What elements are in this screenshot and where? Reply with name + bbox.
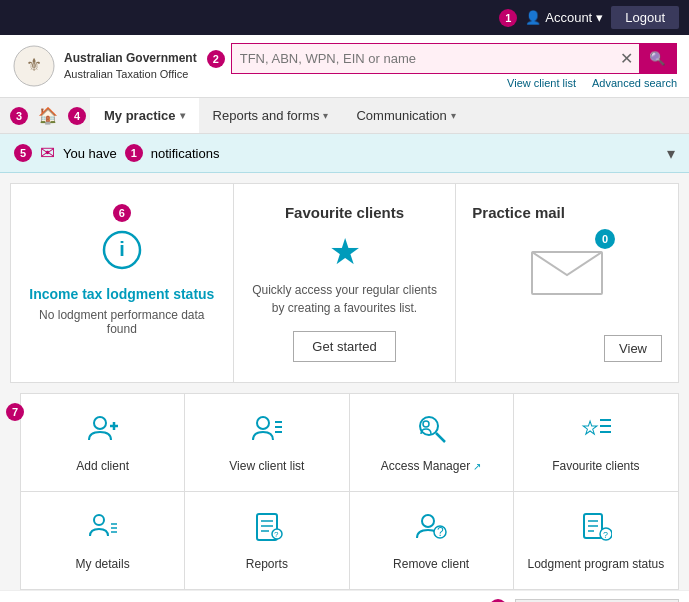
top-bar: 1 👤 Account ▾ Logout xyxy=(0,0,689,35)
quick-item-remove-client[interactable]: ? Remove client xyxy=(350,492,514,589)
cards-section: 6 i Income tax lodgment status No lodgme… xyxy=(0,173,689,383)
remove-client-icon: ? xyxy=(415,510,447,549)
mail-envelope-icon xyxy=(527,237,607,297)
mail-icon-wrap: 0 xyxy=(527,237,607,300)
practice-mail-title: Practice mail xyxy=(472,204,662,221)
income-tax-card: 6 i Income tax lodgment status No lodgme… xyxy=(11,184,234,382)
quick-item-access-manager[interactable]: Access Manager ↗ xyxy=(350,394,514,492)
income-tax-title: Income tax lodgment status xyxy=(29,286,214,302)
notif-section-badge: 5 xyxy=(14,144,32,162)
nav-item-reports-forms[interactable]: Reports and forms ▾ xyxy=(199,98,343,133)
nav-badge-4: 4 xyxy=(68,107,86,125)
my-details-icon xyxy=(87,510,119,549)
remove-client-label: Remove client xyxy=(393,557,469,571)
svg-point-14 xyxy=(423,421,429,427)
favourite-clients-icon: ★ xyxy=(580,412,612,451)
quick-links-section: 7 Add client xyxy=(0,393,689,590)
my-details-label: My details xyxy=(76,557,130,571)
quick-item-view-client-list[interactable]: View client list xyxy=(185,394,349,492)
account-label: Account xyxy=(545,10,592,25)
access-manager-icon xyxy=(415,412,447,451)
nav-bar: 3 🏠 4 My practice ▾ Reports and forms ▾ … xyxy=(0,98,689,134)
notification-left: 5 ✉ You have 1 notifications xyxy=(14,142,219,164)
search-badge: 2 xyxy=(207,50,225,68)
customise-bar: 8 Customise homepage ⚙ xyxy=(0,590,689,602)
search-icon: 🔍 xyxy=(649,51,666,66)
top-badge: 1 xyxy=(499,9,517,27)
favourite-clients-title: Favourite clients xyxy=(285,204,404,221)
add-client-label: Add client xyxy=(76,459,129,473)
notification-bar: 5 ✉ You have 1 notifications ▾ xyxy=(0,134,689,173)
favourite-star-icon: ★ xyxy=(329,231,361,273)
quick-item-reports[interactable]: ? Reports xyxy=(185,492,349,589)
view-client-list-label: View client list xyxy=(229,459,304,473)
lodgment-status-icon: ? xyxy=(580,510,612,549)
quick-section-badge: 7 xyxy=(6,403,24,421)
cards-row: 6 i Income tax lodgment status No lodgme… xyxy=(10,183,679,383)
account-button[interactable]: 👤 Account ▾ xyxy=(525,10,603,25)
external-link-icon: ↗ xyxy=(473,461,481,472)
account-chevron-icon: ▾ xyxy=(596,10,603,25)
reports-icon: ? xyxy=(251,510,283,549)
add-client-icon xyxy=(87,412,119,451)
quick-item-my-details[interactable]: My details xyxy=(21,492,185,589)
lodgment-program-label: Lodgment program status xyxy=(528,557,665,571)
search-links: View client list Advanced search xyxy=(207,77,677,89)
search-input[interactable] xyxy=(232,45,614,72)
notification-text-suffix: notifications xyxy=(151,146,220,161)
svg-text:?: ? xyxy=(437,525,444,539)
income-tax-subtitle: No lodgment performance data found xyxy=(27,308,217,336)
advanced-search-link[interactable]: Advanced search xyxy=(592,77,677,89)
quick-links-grid: Add client View client list xyxy=(20,393,679,590)
view-client-list-icon xyxy=(251,412,283,451)
reports-label: Reports xyxy=(246,557,288,571)
page: 1 👤 Account ▾ Logout ⚜ Australian Govern… xyxy=(0,0,689,602)
header: ⚜ Australian Government Australian Taxat… xyxy=(0,35,689,98)
view-client-list-link[interactable]: View client list xyxy=(507,77,576,89)
income-section-badge: 6 xyxy=(113,204,131,222)
communication-chevron-icon: ▾ xyxy=(451,110,456,121)
logo-text: Australian Government Australian Taxatio… xyxy=(64,50,197,82)
nav-badge-3: 3 xyxy=(10,107,28,125)
svg-text:★: ★ xyxy=(582,418,598,438)
logo-area: ⚜ Australian Government Australian Taxat… xyxy=(12,44,197,88)
nav-item-communication[interactable]: Communication ▾ xyxy=(342,98,469,133)
notification-expand-button[interactable]: ▾ xyxy=(667,144,675,163)
practice-mail-card: Practice mail 0 View xyxy=(456,184,678,382)
favourite-clients-description: Quickly access your regular clients by c… xyxy=(250,281,440,317)
account-icon: 👤 xyxy=(525,10,541,25)
favourite-clients-quick-label: Favourite clients xyxy=(552,459,639,473)
logout-button[interactable]: Logout xyxy=(611,6,679,29)
nav-communication-label: Communication xyxy=(356,108,446,123)
income-info-icon: i xyxy=(102,230,142,278)
svg-point-8 xyxy=(257,417,269,429)
nav-my-practice-label: My practice xyxy=(104,108,176,123)
home-button[interactable]: 🏠 xyxy=(32,98,64,133)
quick-item-lodgment-program[interactable]: ? Lodgment program status xyxy=(514,492,678,589)
access-manager-label: Access Manager ↗ xyxy=(381,459,482,473)
search-area: 2 ✕ 🔍 View client list Advanced search xyxy=(207,43,677,89)
quick-item-add-client[interactable]: Add client xyxy=(21,394,185,492)
notif-envelope-icon: ✉ xyxy=(40,142,55,164)
government-crest-icon: ⚜ xyxy=(12,44,56,88)
svg-point-5 xyxy=(94,417,106,429)
nav-item-my-practice[interactable]: My practice ▾ xyxy=(90,98,199,133)
my-practice-chevron-icon: ▾ xyxy=(180,110,185,121)
notification-text-prefix: You have xyxy=(63,146,117,161)
svg-point-29 xyxy=(422,515,434,527)
notification-count: 1 xyxy=(125,144,143,162)
svg-point-19 xyxy=(94,515,104,525)
svg-text:i: i xyxy=(119,238,125,260)
svg-text:⚜: ⚜ xyxy=(26,55,42,75)
svg-text:?: ? xyxy=(274,530,279,539)
search-button[interactable]: 🔍 xyxy=(639,44,676,73)
search-clear-button[interactable]: ✕ xyxy=(614,49,639,68)
search-row: ✕ 🔍 xyxy=(231,43,677,74)
svg-text:?: ? xyxy=(603,530,608,540)
nav-reports-label: Reports and forms xyxy=(213,108,320,123)
favourite-clients-card: Favourite clients ★ Quickly access your … xyxy=(234,184,457,382)
quick-item-favourite-clients[interactable]: ★ Favourite clients xyxy=(514,394,678,492)
reports-chevron-icon: ▾ xyxy=(323,110,328,121)
mail-view-button[interactable]: View xyxy=(604,335,662,362)
get-started-button[interactable]: Get started xyxy=(293,331,395,362)
